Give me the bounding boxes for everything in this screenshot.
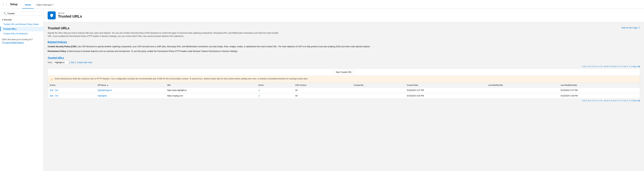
- alpha-letter-k[interactable]: K: [601, 65, 602, 67]
- alpha-letter-l[interactable]: L: [603, 65, 604, 67]
- alpha-letter-v[interactable]: V: [622, 65, 624, 67]
- alpha-letter-z[interactable]: Z: [630, 65, 632, 67]
- alpha-bottom-d[interactable]: D: [588, 100, 590, 102]
- trusted-urls-section-title[interactable]: Trusted URLs: [48, 56, 640, 59]
- alpha-letter-x[interactable]: X: [627, 65, 628, 67]
- alpha-bottom-v[interactable]: V: [622, 100, 624, 102]
- content-title: Trusted URLs: [48, 26, 70, 30]
- trusted-urls-table: Action API Name ▲ URL Active CSP Context…: [48, 83, 640, 98]
- alpha-bottom-r[interactable]: R: [615, 100, 616, 102]
- alpha-bottom-s[interactable]: S: [617, 100, 618, 102]
- alpha-bottom-j[interactable]: J: [599, 100, 600, 102]
- sidebar-item-trusted-urls[interactable]: Trusted URLs: [0, 27, 44, 31]
- del-link-0[interactable]: Del: [55, 89, 58, 91]
- alpha-bottom-o[interactable]: O: [608, 100, 610, 102]
- col-csp-context: CSP Context: [293, 83, 352, 88]
- warning-banner: ⚠ Some infrastructure limits the maximum…: [48, 76, 640, 83]
- global-search-link[interactable]: Try using Global Search.: [2, 41, 24, 44]
- view-select[interactable]: Highlight.io: [54, 61, 68, 64]
- alpha-bottom-l[interactable]: L: [603, 100, 604, 102]
- nav-tabs: Home Object Manager ▾: [22, 0, 56, 8]
- alpha-bottom-other[interactable]: Other: [632, 100, 637, 102]
- alpha-bottom-p[interactable]: P: [611, 100, 612, 102]
- table-row: Edit | Delhighlightingposthttps://pub.hi…: [48, 87, 640, 93]
- alpha-letter-o[interactable]: O: [608, 65, 610, 67]
- sidebar-search-box[interactable]: 🔍 Trusted: [2, 11, 42, 15]
- cell-action-0: Edit | Del: [48, 87, 96, 93]
- alpha-other[interactable]: Other: [632, 65, 637, 67]
- alpha-letter-t[interactable]: T: [619, 65, 620, 67]
- col-url: URL: [165, 83, 256, 88]
- alpha-letter-i[interactable]: I: [598, 65, 598, 67]
- alpha-letter-e[interactable]: E: [590, 65, 591, 67]
- alpha-bottom-t[interactable]: T: [619, 100, 620, 102]
- alpha-bottom-h[interactable]: H: [596, 100, 598, 102]
- cell-url-0: https://pub.highlight.io: [165, 87, 256, 93]
- sidebar-section-security[interactable]: ▾ Security: [0, 17, 44, 22]
- alpha-letter-y[interactable]: Y: [628, 65, 630, 67]
- alpha-letter-h[interactable]: H: [596, 65, 598, 67]
- sidebar-item-trusted-urls-redirects[interactable]: Trusted URLs for Redirects: [0, 31, 44, 36]
- alpha-bottom-x[interactable]: X: [627, 100, 628, 102]
- csp-description: Use CSP directives to specify whether Li…: [77, 45, 370, 48]
- grid-icon[interactable]: ⋮⋮: [2, 2, 8, 6]
- warning-icon: ⚠: [50, 78, 53, 81]
- alpha-letter-g[interactable]: G: [594, 65, 595, 67]
- alpha-bottom-m[interactable]: M: [604, 100, 606, 102]
- edit-link-1[interactable]: Edit: [50, 95, 53, 97]
- col-api-name[interactable]: API Name ▲: [96, 83, 165, 88]
- chevron-down-icon: ▾: [2, 18, 3, 21]
- permissions-description: Control access to browser features such …: [67, 50, 238, 52]
- alpha-bottom-w[interactable]: W: [624, 100, 626, 102]
- alpha-bottom-n[interactable]: N: [606, 100, 608, 102]
- alpha-letter-d[interactable]: D: [588, 65, 590, 67]
- warning-text: Some infrastructure limits the maximum s…: [54, 78, 308, 80]
- alpha-bottom-z[interactable]: Z: [630, 100, 632, 102]
- cell-modified-date-1: 5/10/2024 3:36 PM: [559, 93, 640, 98]
- col-active: Active: [256, 83, 293, 88]
- tab-home[interactable]: Home: [22, 1, 34, 8]
- alpha-letter-f[interactable]: F: [592, 65, 593, 67]
- help-link[interactable]: Help for this Page ⓘ: [621, 26, 640, 29]
- alpha-bottom-f[interactable]: F: [592, 100, 593, 102]
- alpha-bottom-u[interactable]: U: [620, 100, 622, 102]
- alpha-bottom-a[interactable]: A: [582, 100, 584, 102]
- alpha-letter-c[interactable]: C: [586, 65, 588, 67]
- alpha-bottom-q[interactable]: Q: [613, 100, 614, 102]
- alpha-letter-w[interactable]: W: [624, 65, 626, 67]
- alpha-letter-j[interactable]: J: [599, 65, 600, 67]
- alpha-bottom-b[interactable]: B: [584, 100, 586, 102]
- alpha-bottom-g[interactable]: G: [594, 100, 595, 102]
- csp-label: Content Security Policy (CSP).: [48, 45, 77, 48]
- alpha-bottom-i[interactable]: I: [598, 100, 598, 102]
- alpha-bottom-c[interactable]: C: [586, 100, 588, 102]
- alpha-bottom-k[interactable]: K: [601, 100, 602, 102]
- related-policies-title[interactable]: Related Policies: [48, 40, 640, 43]
- alpha-all[interactable]: All: [638, 65, 640, 67]
- search-input[interactable]: Trusted: [7, 12, 40, 15]
- view-row: View: Highlight.io | Edit | Create New V…: [48, 61, 640, 64]
- alpha-letter-a[interactable]: A: [582, 65, 584, 67]
- alpha-bottom-e[interactable]: E: [590, 100, 591, 102]
- api-name-link-0[interactable]: highlightingpost: [98, 89, 112, 91]
- alpha-letter-b[interactable]: B: [584, 65, 586, 67]
- alpha-letter-r[interactable]: R: [615, 65, 616, 67]
- top-nav: ⋮⋮ Setup Home Object Manager ▾: [0, 0, 644, 9]
- alpha-letter-n[interactable]: N: [606, 65, 608, 67]
- alpha-letter-m[interactable]: M: [604, 65, 606, 67]
- alpha-bottom-y[interactable]: Y: [628, 100, 630, 102]
- alpha-letter-u[interactable]: U: [620, 65, 622, 67]
- api-name-link-1[interactable]: Highlightio: [98, 95, 107, 97]
- create-new-view-link[interactable]: Create New View: [77, 61, 92, 64]
- new-trusted-url-button[interactable]: New Trusted URL: [333, 70, 355, 74]
- alpha-nav-bottom: A B C D E F G H I J K L M N O P Q: [48, 100, 640, 102]
- alpha-bottom-all[interactable]: All: [638, 100, 640, 102]
- edit-link-0[interactable]: Edit: [50, 89, 53, 91]
- del-link-1[interactable]: Del: [55, 95, 58, 97]
- sidebar-item-url-violations[interactable]: Trusted URL and Browser Policy Violation…: [0, 22, 44, 27]
- alpha-letter-s[interactable]: S: [617, 65, 618, 67]
- edit-view-link[interactable]: Edit: [71, 61, 74, 64]
- alpha-letter-p[interactable]: P: [611, 65, 612, 67]
- alpha-letter-q[interactable]: Q: [613, 65, 614, 67]
- tab-object-manager[interactable]: Object Manager ▾: [34, 1, 56, 8]
